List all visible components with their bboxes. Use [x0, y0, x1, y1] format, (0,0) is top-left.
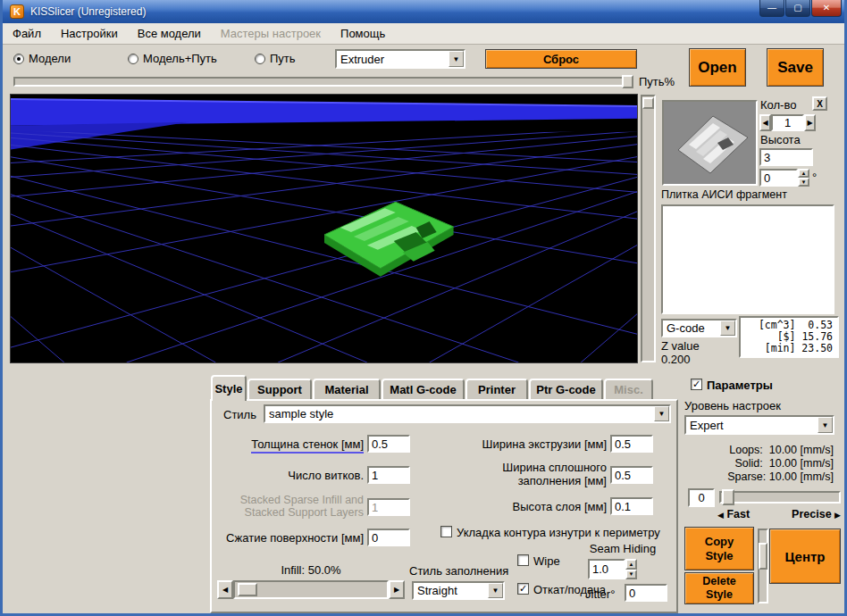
- extruder-dropdown[interactable]: Extruder ▼: [335, 49, 465, 69]
- layer-height-input[interactable]: [610, 497, 653, 515]
- open-button[interactable]: Open: [689, 48, 746, 87]
- infill-style-dropdown[interactable]: Straight ▼: [412, 581, 505, 600]
- speed-scale: ◀ Fast Precise ▶: [717, 508, 841, 520]
- arrow-left-icon: ◀: [762, 119, 767, 127]
- tab-style[interactable]: Style: [211, 375, 247, 401]
- menu-help[interactable]: Помощь: [331, 24, 395, 43]
- settings-level-dropdown[interactable]: Expert ▼: [684, 415, 834, 435]
- seam-hiding-spinner: ▲ ▼: [625, 559, 637, 579]
- speed-input[interactable]: [688, 488, 715, 507]
- angle-input[interactable]: [759, 169, 798, 187]
- speed-slider-handle[interactable]: [722, 489, 734, 505]
- arrow-down-icon[interactable]: ▼: [625, 570, 637, 580]
- gcode-dropdown-value: G-code: [663, 320, 720, 336]
- chevron-down-icon[interactable]: ▼: [720, 320, 735, 336]
- settings-level-label: Уровень настроек: [684, 399, 781, 412]
- close-button[interactable]: ✕: [811, 0, 842, 17]
- speed-readout: Loops: 10.00 [mm/s] Solid: 10.00 [mm/s] …: [691, 444, 834, 484]
- arrow-right-icon: ▶: [394, 586, 399, 594]
- menu-bar: Файл Настройки Все модели Мастеры настро…: [3, 23, 844, 45]
- style-scrollbar-handle[interactable]: [759, 543, 767, 570]
- reset-button[interactable]: Сброс: [485, 49, 637, 69]
- viewport-scene: [11, 95, 637, 362]
- radio-path-label: Путь: [270, 52, 296, 65]
- menu-wizards: Мастеры настроек: [211, 24, 331, 43]
- radio-model-path[interactable]: Модель+Путь: [128, 52, 217, 65]
- parameters-checkbox[interactable]: ✓ Параметры: [691, 379, 773, 392]
- wall-thickness-input[interactable]: [367, 435, 410, 453]
- title-bar[interactable]: K KISSlicer (Unregistered): [3, 0, 847, 23]
- radio-models[interactable]: Модели: [13, 52, 71, 65]
- delete-style-button[interactable]: Delete Style: [684, 572, 754, 604]
- model-close-button[interactable]: X: [812, 96, 827, 111]
- shrink-label: Сжатие поверхности [мм]: [217, 531, 364, 545]
- window-title: KISSlicer (Unregistered): [30, 5, 146, 18]
- model-list[interactable]: [661, 204, 834, 314]
- arrow-up-icon[interactable]: ▲: [798, 169, 809, 178]
- viewport-vertical-slider[interactable]: [641, 95, 656, 362]
- degree-label: °: [812, 171, 817, 184]
- model-thumbnail: [662, 100, 758, 186]
- path-percent-label: Путь%: [639, 75, 675, 88]
- arrow-down-icon[interactable]: ▼: [798, 178, 809, 187]
- stat-time: [min] 23.50: [745, 343, 833, 354]
- infill-slider-left-button[interactable]: ◀: [217, 580, 233, 599]
- z-value-label: Z value: [661, 339, 700, 353]
- infill-slider-handle[interactable]: [238, 583, 257, 596]
- model-name-label: Плитка АИСИ фрагмент: [661, 188, 787, 201]
- parameters-label: Параметры: [707, 379, 773, 392]
- path-percent-slider-handle[interactable]: [622, 75, 633, 88]
- chevron-down-icon[interactable]: ▼: [654, 406, 669, 421]
- seam-hiding-input[interactable]: [588, 559, 625, 579]
- checkbox-box-icon: [517, 554, 529, 566]
- inside-out-checkbox[interactable]: Укладка контура изнутри к периметру: [440, 526, 671, 539]
- infill-style-label: Стиль заполнения: [409, 564, 506, 578]
- inside-out-label: Укладка контура изнутри к периметру: [457, 526, 660, 539]
- count-label: Кол-во: [760, 98, 796, 112]
- checkbox-check-icon: ✓: [691, 379, 702, 390]
- tab-matl-gcode[interactable]: Matl G-code: [382, 379, 465, 399]
- gcode-dropdown[interactable]: G-code ▼: [661, 319, 737, 337]
- app-icon: K: [10, 4, 24, 19]
- shrink-input[interactable]: [367, 529, 410, 546]
- maximize-button[interactable]: ▢: [785, 0, 810, 17]
- arrow-up-icon[interactable]: ▲: [625, 559, 637, 570]
- extrusion-width-input[interactable]: [610, 435, 653, 453]
- height-input[interactable]: [759, 148, 813, 166]
- viewport-3d[interactable]: [10, 94, 638, 363]
- arrow-right-icon: ▶: [807, 119, 812, 127]
- style-dropdown[interactable]: sample style ▼: [264, 404, 671, 423]
- print-stats: [cm^3] 0.53 [$] 15.76 [min] 23.50: [739, 316, 839, 358]
- fast-label: ◀ Fast: [717, 508, 750, 520]
- tab-material[interactable]: Material: [313, 379, 381, 399]
- infill-slider-right-button[interactable]: ▶: [389, 580, 405, 599]
- menu-settings[interactable]: Настройки: [51, 24, 128, 43]
- radio-path[interactable]: Путь: [255, 52, 296, 65]
- tab-printer[interactable]: Printer: [465, 379, 528, 399]
- speed-slider[interactable]: [719, 491, 841, 504]
- center-button[interactable]: Центр: [769, 529, 841, 584]
- menu-all-models[interactable]: Все модели: [128, 24, 211, 43]
- wipe-checkbox[interactable]: Wipe: [517, 554, 560, 568]
- chevron-down-icon[interactable]: ▼: [449, 51, 464, 67]
- chevron-down-icon[interactable]: ▼: [488, 583, 503, 598]
- solid-width-input[interactable]: [610, 466, 653, 484]
- speed-sparse: Sparse: 10.00 [mm/s]: [691, 470, 834, 484]
- save-button[interactable]: Save: [767, 48, 824, 87]
- copy-style-button[interactable]: Copy Style: [684, 527, 754, 570]
- tab-ptr-gcode[interactable]: Ptr G-code: [529, 379, 603, 399]
- style-label: Стиль: [223, 408, 256, 421]
- tab-support[interactable]: Support: [247, 379, 312, 399]
- jitter-input[interactable]: [625, 584, 667, 602]
- count-decrement-button[interactable]: ◀: [759, 114, 771, 131]
- viewport-vertical-slider-handle[interactable]: [642, 97, 654, 109]
- chevron-down-icon[interactable]: ▼: [818, 417, 833, 433]
- path-percent-slider[interactable]: [13, 77, 633, 87]
- menu-file[interactable]: Файл: [3, 24, 51, 43]
- infill-style-dropdown-value: Straight: [414, 583, 488, 598]
- minimize-button[interactable]: —: [759, 0, 784, 17]
- loops-input[interactable]: [367, 466, 410, 484]
- count-input[interactable]: [771, 114, 804, 131]
- checkbox-check-icon: ✓: [517, 583, 529, 595]
- count-increment-button[interactable]: ▶: [804, 114, 816, 131]
